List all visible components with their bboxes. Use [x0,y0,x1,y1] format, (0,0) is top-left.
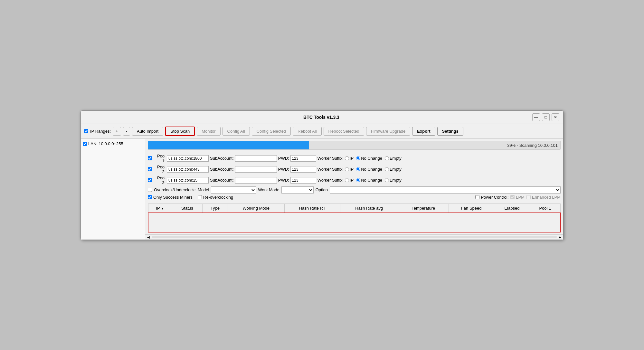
pool-3-worker-suffix-label: Worker Suffix: [317,178,344,183]
overclock-label: Overclock/Underclock: [154,187,196,192]
power-control-label: Power Control: [481,195,508,200]
pool-2-empty-label: Empty [390,167,402,172]
pool-1-empty-radio[interactable] [385,156,389,160]
pool-3-pwd-input[interactable] [290,177,316,184]
remove-ip-button[interactable]: - [123,127,130,136]
workmode-select[interactable] [281,186,314,194]
th-working-mode-label: Working Mode [242,206,270,211]
lpm-label: LPM [516,195,525,200]
pool-1-ip-option[interactable]: IP [345,156,354,161]
pool-2-empty-option[interactable]: Empty [385,167,402,172]
toolbar: IP Ranges: + - Auto Import Stop Scan Mon… [81,124,563,139]
th-hash-rate-avg-label: Hash Rate avg [355,206,383,211]
auto-import-button[interactable]: Auto Import [132,127,163,136]
only-success-option[interactable]: Only Success Miners [148,195,193,200]
progress-bar-bg: 39% - Scanning 10.0.0.101 [148,141,561,150]
pool-1-subaccount-input[interactable] [235,155,277,162]
lan-item: LAN: 10.0.0.0~255 [83,141,143,147]
pool-2-url[interactable] [167,166,209,173]
pool-2-checkbox[interactable] [148,167,152,171]
pool-1-radio-group: IP No Change Empty [345,156,402,161]
re-overclocking-label: Re-overclocking [203,195,233,200]
config-all-button[interactable]: Config All [223,127,250,136]
overclock-checkbox[interactable] [148,188,152,192]
th-pool1-label: Pool 1 [539,206,551,211]
pool-1-label-group: Pool 1: [148,154,166,163]
settings-button[interactable]: Settings [437,127,463,136]
lan-checkbox[interactable] [83,142,87,146]
export-button[interactable]: Export [412,127,435,136]
pool-3-empty-radio[interactable] [385,178,389,182]
minimize-button[interactable]: — [532,113,540,121]
reboot-all-button[interactable]: Reboot All [293,127,321,136]
pool-2-nochange-option[interactable]: No Change [356,167,382,172]
pool-1-pwd-label: PWD: [278,156,289,161]
pool-2-row: Pool 2: SubAccount: PWD: Worker Suffix: … [148,165,561,174]
pool-3-ip-radio[interactable] [345,178,349,182]
table-header-row: IP ▼ Status Type Working Mode [148,203,560,213]
pool-1-nochange-option[interactable]: No Change [356,156,382,161]
pool-3-subaccount-input[interactable] [235,177,277,184]
enhanced-lpm-label: Enhanced LPM [532,195,561,200]
pool-2-empty-radio[interactable] [385,167,389,171]
window-title: BTC Tools v1.3.3 [110,115,532,120]
pool-2-worker-suffix: Worker Suffix: IP No Change [317,167,402,172]
ip-ranges-section: IP Ranges: [84,129,111,134]
pool-2-pwd-input[interactable] [290,166,316,173]
pool-1-ip-radio[interactable] [345,156,349,160]
scroll-left-arrow[interactable]: ◀ [147,235,150,239]
th-hash-rate-rt-label: Hash Rate RT [299,206,326,211]
pool-1-empty-option[interactable]: Empty [385,156,402,161]
pool-3-url[interactable] [167,177,209,184]
title-bar: BTC Tools v1.3.3 — □ ✕ [81,111,563,124]
th-temperature: Temperature [398,203,449,213]
only-success-checkbox[interactable] [148,195,152,199]
pool-2-ip-radio[interactable] [345,167,349,171]
lpm-checkbox[interactable] [510,195,515,199]
model-select[interactable] [211,186,256,194]
th-ip[interactable]: IP ▼ [148,203,172,213]
pool-3-row: Pool 3: SubAccount: PWD: Worker Suffix: … [148,175,561,185]
pool-3-nochange-radio[interactable] [356,178,360,182]
monitor-button[interactable]: Monitor [197,127,220,136]
th-fan-speed-label: Fan Speed [461,206,482,211]
th-elapsed: Elapsed [494,203,530,213]
pool-3-empty-option[interactable]: Empty [385,178,402,183]
scroll-track[interactable] [152,236,557,238]
pool-2-label: Pool 2: [153,165,166,174]
pool-1-nochange-radio[interactable] [356,156,360,160]
pool-1-label: Pool 1: [153,154,166,163]
power-control-section: Power Control: LPM Enhanced LPM [475,195,561,200]
re-overclocking-option[interactable]: Re-overclocking [198,195,233,200]
pool-3-nochange-option[interactable]: No Change [356,178,382,183]
close-button[interactable]: ✕ [552,113,559,121]
power-control-checkbox[interactable] [475,195,479,199]
config-selected-button[interactable]: Config Selected [252,127,291,136]
add-ip-button[interactable]: + [113,127,121,136]
pool-1-pwd-input[interactable] [290,155,316,162]
pool-1-url[interactable] [167,155,209,162]
option-select[interactable] [330,186,561,194]
pool-2-ip-option[interactable]: IP [345,167,354,172]
pool-1-checkbox[interactable] [148,156,152,160]
firmware-upgrade-button[interactable]: Firmware Upgrade [366,127,411,136]
scroll-right-arrow[interactable]: ▶ [558,235,562,239]
pool-3-ip-option[interactable]: IP [345,178,354,183]
pool-2-subaccount-input[interactable] [235,166,277,173]
pool-2-label-group: Pool 2: [148,165,166,174]
pool-3-label: Pool 3: [153,175,166,185]
maximize-button[interactable]: □ [542,113,550,121]
pool-3-checkbox[interactable] [148,178,152,182]
th-elapsed-label: Elapsed [504,206,519,211]
power-control-option[interactable]: Power Control: [475,195,508,200]
pool-3-nochange-label: No Change [361,178,382,183]
enhanced-lpm-option: Enhanced LPM [526,195,561,200]
ip-ranges-checkbox[interactable] [84,129,88,133]
re-overclocking-checkbox[interactable] [198,195,202,199]
pool-2-radio-group: IP No Change Empty [345,167,402,172]
pool-1-worker-suffix-label: Worker Suffix: [317,156,344,161]
stop-scan-button[interactable]: Stop Scan [165,127,195,136]
reboot-selected-button[interactable]: Reboot Selected [324,127,364,136]
enhanced-lpm-checkbox[interactable] [526,195,531,199]
pool-2-nochange-radio[interactable] [356,167,360,171]
